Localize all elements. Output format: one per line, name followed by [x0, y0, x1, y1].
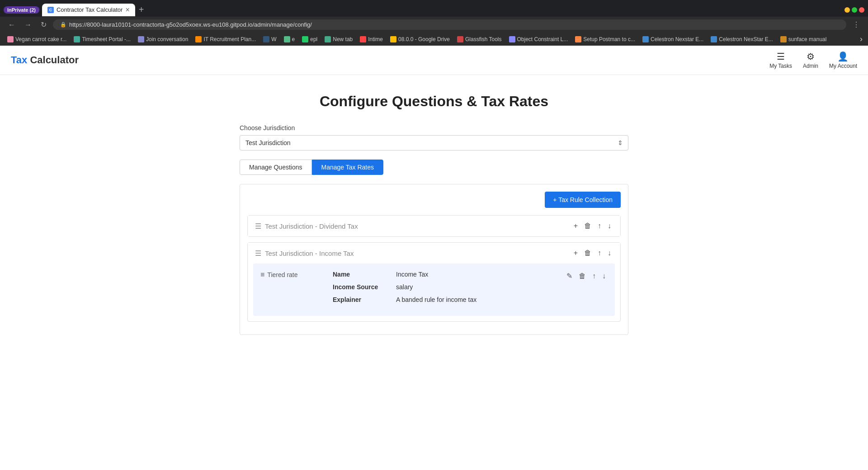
bookmark-glassfish[interactable]: Glassfish Tools	[455, 35, 503, 43]
rule-field-income-source: Income Source salary	[333, 283, 565, 291]
bookmark-object-constraint[interactable]: Object Constraint L...	[507, 35, 570, 43]
collection-actions-income: + 🗑 ↑ ↓	[572, 248, 613, 258]
bookmark-6[interactable]: epl	[300, 35, 319, 43]
manage-questions-tab[interactable]: Manage Questions	[240, 160, 312, 175]
admin-label: Admin	[803, 63, 818, 69]
app-logo: Tax Calculator	[11, 54, 79, 66]
bookmark-celestron1[interactable]: Celestron Nexstar E...	[641, 35, 705, 43]
bookmark-5[interactable]: e	[282, 35, 297, 43]
logo-black: Calculator	[30, 54, 79, 66]
collection-income-tax: ☰ Test Jurisdiction - Income Tax + 🗑 ↑ ↓…	[247, 242, 621, 322]
delete-collection-dividend-button[interactable]: 🗑	[582, 221, 593, 231]
bookmark-3[interactable]: IT Recruitment Plan...	[193, 35, 258, 43]
window-controls	[844, 7, 864, 13]
close-button[interactable]	[859, 7, 864, 13]
add-rule-income-button[interactable]: +	[572, 248, 580, 258]
rule-field-explainer: Explainer A banded rule for income tax	[333, 296, 565, 303]
tasks-icon: ☰	[777, 51, 785, 62]
collection-dividend-tax: ☰ Test Jurisdiction - Dividend Tax + 🗑 ↑…	[247, 215, 621, 237]
admin-icon: ⚙	[807, 51, 815, 62]
edit-rule-button[interactable]: ✎	[565, 271, 574, 281]
active-tab[interactable]: C Contractor Tax Calculator ×	[42, 4, 135, 16]
rule-field-name: Name Income Tax	[333, 271, 565, 278]
rule-card-income-tax: ≡ Tiered rate Name Income Tax Income Sou…	[253, 263, 615, 316]
address-bar[interactable]: 🔒 https://8000-laura10101-contractorta-g…	[53, 19, 846, 30]
manage-tax-rates-tab[interactable]: Manage Tax Rates	[312, 160, 383, 175]
address-bar-row: ← → ↻ 🔒 https://8000-laura10101-contract…	[0, 17, 868, 33]
tab-close-button[interactable]: ×	[125, 6, 129, 14]
logo-blue: Tax	[11, 54, 30, 66]
tab-bar: InPrivate (2) C Contractor Tax Calculato…	[4, 3, 147, 17]
move-down-dividend-button[interactable]: ↓	[606, 221, 613, 231]
lock-icon: 🔒	[60, 22, 66, 28]
jurisdiction-select[interactable]: Test Jurisdiction	[240, 135, 628, 150]
inprivate-badge: InPrivate (2)	[4, 6, 39, 14]
jurisdiction-label: Choose Jurisdiction	[240, 124, 628, 132]
bookmark-4[interactable]: W	[261, 35, 278, 43]
bookmark-intime[interactable]: Intime	[358, 35, 385, 43]
minimize-button[interactable]	[844, 7, 850, 13]
move-rule-down-button[interactable]: ↓	[600, 271, 608, 281]
rule-type: ≡ Tiered rate	[260, 271, 333, 279]
bookmark-postman[interactable]: Setup Postman to c...	[573, 35, 637, 43]
collection-title-dividend: Test Jurisdiction - Dividend Tax	[265, 222, 572, 230]
extensions-button[interactable]: ⋮	[850, 19, 863, 30]
bookmark-sunface[interactable]: sunface manual	[778, 35, 829, 43]
tab-buttons: Manage Questions Manage Tax Rates	[240, 160, 628, 175]
field-label-income-source: Income Source	[333, 283, 396, 291]
tasks-label: My Tasks	[769, 63, 792, 69]
main-content: Configure Questions & Tax Rates Choose J…	[231, 75, 637, 353]
rule-fields: Name Income Tax Income Source salary Exp…	[333, 271, 565, 303]
collection-list-icon-dividend: ☰	[255, 222, 261, 230]
bookmarks-more-button[interactable]: ›	[860, 34, 863, 44]
bookmark-gdrive[interactable]: 08.0.0 - Google Drive	[388, 35, 452, 43]
page-title: Configure Questions & Tax Rates	[240, 93, 628, 110]
delete-rule-button[interactable]: 🗑	[577, 271, 588, 281]
content-area: + Tax Rule Collection ☰ Test Jurisdictio…	[240, 184, 628, 335]
bookmark-celestron2[interactable]: Celestron NexStar E...	[709, 35, 774, 43]
collection-list-icon-income: ☰	[255, 249, 261, 258]
bookmark-new-tab[interactable]: New tab	[323, 35, 354, 43]
new-tab-button[interactable]: +	[135, 3, 148, 17]
account-label: My Account	[829, 63, 857, 69]
address-text: https://8000-laura10101-contractorta-g5o…	[69, 21, 312, 28]
maximize-button[interactable]	[852, 7, 857, 13]
collection-actions-dividend: + 🗑 ↑ ↓	[572, 221, 613, 231]
rule-type-label: Tiered rate	[267, 271, 297, 278]
top-bar: + Tax Rule Collection	[247, 192, 621, 208]
bookmark-1[interactable]: Timesheet Portal -...	[72, 35, 132, 43]
delete-collection-income-button[interactable]: 🗑	[582, 248, 593, 258]
bookmark-0[interactable]: Vegan carrot cake r...	[5, 35, 68, 43]
move-up-income-button[interactable]: ↑	[596, 248, 603, 258]
collection-header-income: ☰ Test Jurisdiction - Income Tax + 🗑 ↑ ↓	[248, 243, 620, 263]
header-actions: ☰ My Tasks ⚙ Admin 👤 My Account	[769, 51, 857, 69]
my-tasks-button[interactable]: ☰ My Tasks	[769, 51, 792, 69]
collection-header-dividend: ☰ Test Jurisdiction - Dividend Tax + 🗑 ↑…	[248, 216, 620, 236]
field-value-name: Income Tax	[396, 271, 428, 278]
browser-chrome: InPrivate (2) C Contractor Tax Calculato…	[0, 0, 868, 46]
account-icon: 👤	[837, 51, 849, 62]
field-value-income-source: salary	[396, 283, 413, 291]
move-rule-up-button[interactable]: ↑	[590, 271, 598, 281]
field-label-explainer: Explainer	[333, 296, 396, 303]
bookmark-2[interactable]: Join conversation	[136, 35, 190, 43]
back-button[interactable]: ←	[5, 20, 18, 30]
admin-button[interactable]: ⚙ Admin	[803, 51, 818, 69]
tab-favicon: C	[47, 7, 54, 13]
add-rule-dividend-button[interactable]: +	[572, 221, 580, 231]
bookmarks-bar: Vegan carrot cake r... Timesheet Portal …	[0, 33, 868, 46]
move-down-income-button[interactable]: ↓	[606, 248, 613, 258]
tiered-rate-icon: ≡	[260, 271, 264, 279]
move-up-dividend-button[interactable]: ↑	[596, 221, 603, 231]
collection-title-income: Test Jurisdiction - Income Tax	[265, 249, 572, 257]
add-tax-rule-collection-button[interactable]: + Tax Rule Collection	[545, 192, 621, 208]
field-value-explainer: A banded rule for income tax	[396, 296, 476, 303]
my-account-button[interactable]: 👤 My Account	[829, 51, 857, 69]
rule-actions: ✎ 🗑 ↑ ↓	[565, 271, 608, 281]
reload-button[interactable]: ↻	[38, 19, 49, 30]
forward-button[interactable]: →	[22, 20, 34, 30]
jurisdiction-wrapper: Test Jurisdiction	[240, 135, 628, 150]
tab-title: Contractor Tax Calculator	[57, 6, 123, 13]
title-bar: InPrivate (2) C Contractor Tax Calculato…	[0, 0, 868, 17]
rule-row: ≡ Tiered rate Name Income Tax Income Sou…	[260, 271, 608, 303]
